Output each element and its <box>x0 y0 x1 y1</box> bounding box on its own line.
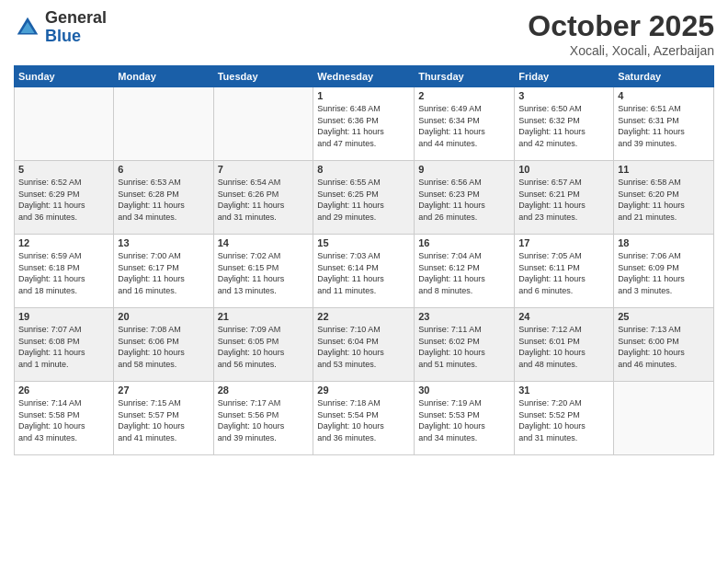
cell-week1-day3: 1Sunrise: 6:48 AMSunset: 6:36 PMDaylight… <box>313 87 415 161</box>
col-friday: Friday <box>515 66 614 87</box>
day-number: 6 <box>118 164 209 175</box>
day-number: 2 <box>418 90 510 101</box>
col-thursday: Thursday <box>415 66 515 87</box>
cell-week1-day2 <box>213 87 313 161</box>
cell-week2-day6: 11Sunrise: 6:58 AMSunset: 6:20 PMDayligh… <box>614 161 714 235</box>
day-info: Sunrise: 6:53 AMSunset: 6:28 PMDaylight:… <box>118 177 209 223</box>
day-info: Sunrise: 6:48 AMSunset: 6:36 PMDaylight:… <box>317 103 410 149</box>
day-info: Sunrise: 6:58 AMSunset: 6:20 PMDaylight:… <box>618 177 710 223</box>
day-number: 10 <box>518 164 609 175</box>
day-info: Sunrise: 7:15 AMSunset: 5:57 PMDaylight:… <box>118 397 209 443</box>
logo-icon <box>14 14 41 41</box>
day-number: 26 <box>18 385 109 396</box>
day-info: Sunrise: 6:51 AMSunset: 6:31 PMDaylight:… <box>618 103 710 149</box>
logo-text: General Blue <box>45 9 107 46</box>
header-row: Sunday Monday Tuesday Wednesday Thursday… <box>15 66 714 87</box>
col-tuesday: Tuesday <box>213 66 313 87</box>
day-number: 29 <box>317 385 410 396</box>
day-info: Sunrise: 6:55 AMSunset: 6:25 PMDaylight:… <box>317 177 410 223</box>
day-info: Sunrise: 6:49 AMSunset: 6:34 PMDaylight:… <box>418 103 510 149</box>
logo: General Blue <box>14 9 107 46</box>
day-number: 4 <box>618 90 710 101</box>
day-info: Sunrise: 7:03 AMSunset: 6:14 PMDaylight:… <box>317 250 410 296</box>
cell-week1-day1 <box>114 87 213 161</box>
calendar-page: General Blue October 2025 Xocali, Xocali… <box>0 0 728 563</box>
cell-week2-day0: 5Sunrise: 6:52 AMSunset: 6:29 PMDaylight… <box>15 161 114 235</box>
day-info: Sunrise: 7:19 AMSunset: 5:53 PMDaylight:… <box>418 397 510 443</box>
cell-week3-day0: 12Sunrise: 6:59 AMSunset: 6:18 PMDayligh… <box>15 235 114 308</box>
cell-week4-day1: 20Sunrise: 7:08 AMSunset: 6:06 PMDayligh… <box>114 308 213 382</box>
cell-week5-day4: 30Sunrise: 7:19 AMSunset: 5:53 PMDayligh… <box>415 382 515 455</box>
cell-week3-day5: 17Sunrise: 7:05 AMSunset: 6:11 PMDayligh… <box>515 235 614 308</box>
day-info: Sunrise: 7:20 AMSunset: 5:52 PMDaylight:… <box>518 397 609 443</box>
day-number: 27 <box>118 385 209 396</box>
cell-week4-day4: 23Sunrise: 7:11 AMSunset: 6:02 PMDayligh… <box>415 308 515 382</box>
week-row-3: 12Sunrise: 6:59 AMSunset: 6:18 PMDayligh… <box>15 235 714 308</box>
cell-week3-day2: 14Sunrise: 7:02 AMSunset: 6:15 PMDayligh… <box>213 235 313 308</box>
day-info: Sunrise: 7:13 AMSunset: 6:00 PMDaylight:… <box>618 324 710 370</box>
day-info: Sunrise: 7:07 AMSunset: 6:08 PMDaylight:… <box>18 324 109 370</box>
day-info: Sunrise: 7:17 AMSunset: 5:56 PMDaylight:… <box>218 397 310 443</box>
day-number: 30 <box>418 385 510 396</box>
cell-week2-day2: 7Sunrise: 6:54 AMSunset: 6:26 PMDaylight… <box>213 161 313 235</box>
day-number: 5 <box>18 164 109 175</box>
day-info: Sunrise: 7:09 AMSunset: 6:05 PMDaylight:… <box>218 324 310 370</box>
cell-week4-day0: 19Sunrise: 7:07 AMSunset: 6:08 PMDayligh… <box>15 308 114 382</box>
day-info: Sunrise: 7:10 AMSunset: 6:04 PMDaylight:… <box>317 324 410 370</box>
cell-week5-day3: 29Sunrise: 7:18 AMSunset: 5:54 PMDayligh… <box>313 382 415 455</box>
cell-week4-day3: 22Sunrise: 7:10 AMSunset: 6:04 PMDayligh… <box>313 308 415 382</box>
day-number: 8 <box>317 164 410 175</box>
day-info: Sunrise: 7:02 AMSunset: 6:15 PMDaylight:… <box>218 250 310 296</box>
day-info: Sunrise: 7:00 AMSunset: 6:17 PMDaylight:… <box>118 250 209 296</box>
day-number: 18 <box>618 237 710 248</box>
cell-week3-day3: 15Sunrise: 7:03 AMSunset: 6:14 PMDayligh… <box>313 235 415 308</box>
cell-week4-day5: 24Sunrise: 7:12 AMSunset: 6:01 PMDayligh… <box>515 308 614 382</box>
calendar-table: Sunday Monday Tuesday Wednesday Thursday… <box>14 65 714 455</box>
week-row-1: 1Sunrise: 6:48 AMSunset: 6:36 PMDaylight… <box>15 87 714 161</box>
calendar-subtitle: Xocali, Xocali, Azerbaijan <box>528 43 714 58</box>
day-number: 12 <box>18 237 109 248</box>
day-number: 24 <box>518 311 609 322</box>
col-saturday: Saturday <box>614 66 714 87</box>
calendar-header: Sunday Monday Tuesday Wednesday Thursday… <box>15 66 714 87</box>
day-info: Sunrise: 6:50 AMSunset: 6:32 PMDaylight:… <box>518 103 609 149</box>
cell-week3-day6: 18Sunrise: 7:06 AMSunset: 6:09 PMDayligh… <box>614 235 714 308</box>
cell-week3-day1: 13Sunrise: 7:00 AMSunset: 6:17 PMDayligh… <box>114 235 213 308</box>
cell-week2-day5: 10Sunrise: 6:57 AMSunset: 6:21 PMDayligh… <box>515 161 614 235</box>
cell-week5-day1: 27Sunrise: 7:15 AMSunset: 5:57 PMDayligh… <box>114 382 213 455</box>
cell-week2-day4: 9Sunrise: 6:56 AMSunset: 6:23 PMDaylight… <box>415 161 515 235</box>
day-info: Sunrise: 7:14 AMSunset: 5:58 PMDaylight:… <box>18 397 109 443</box>
cell-week1-day4: 2Sunrise: 6:49 AMSunset: 6:34 PMDaylight… <box>415 87 515 161</box>
cell-week1-day0 <box>15 87 114 161</box>
day-number: 19 <box>18 311 109 322</box>
day-number: 28 <box>218 385 310 396</box>
cell-week5-day5: 31Sunrise: 7:20 AMSunset: 5:52 PMDayligh… <box>515 382 614 455</box>
day-number: 9 <box>418 164 510 175</box>
day-number: 3 <box>518 90 609 101</box>
week-row-4: 19Sunrise: 7:07 AMSunset: 6:08 PMDayligh… <box>15 308 714 382</box>
day-info: Sunrise: 7:12 AMSunset: 6:01 PMDaylight:… <box>518 324 609 370</box>
logo-blue-text: Blue <box>45 28 107 46</box>
day-number: 7 <box>218 164 310 175</box>
cell-week2-day1: 6Sunrise: 6:53 AMSunset: 6:28 PMDaylight… <box>114 161 213 235</box>
cell-week4-day2: 21Sunrise: 7:09 AMSunset: 6:05 PMDayligh… <box>213 308 313 382</box>
day-info: Sunrise: 6:52 AMSunset: 6:29 PMDaylight:… <box>18 177 109 223</box>
calendar-body: 1Sunrise: 6:48 AMSunset: 6:36 PMDaylight… <box>15 87 714 455</box>
day-number: 21 <box>218 311 310 322</box>
day-number: 16 <box>418 237 510 248</box>
cell-week5-day0: 26Sunrise: 7:14 AMSunset: 5:58 PMDayligh… <box>15 382 114 455</box>
cell-week5-day6 <box>614 382 714 455</box>
title-block: October 2025 Xocali, Xocali, Azerbaijan <box>528 9 714 58</box>
calendar-title: October 2025 <box>528 9 714 43</box>
day-info: Sunrise: 7:04 AMSunset: 6:12 PMDaylight:… <box>418 250 510 296</box>
day-number: 14 <box>218 237 310 248</box>
day-number: 25 <box>618 311 710 322</box>
col-sunday: Sunday <box>15 66 114 87</box>
header: General Blue October 2025 Xocali, Xocali… <box>14 9 714 58</box>
day-number: 20 <box>118 311 209 322</box>
cell-week4-day6: 25Sunrise: 7:13 AMSunset: 6:00 PMDayligh… <box>614 308 714 382</box>
cell-week3-day4: 16Sunrise: 7:04 AMSunset: 6:12 PMDayligh… <box>415 235 515 308</box>
day-info: Sunrise: 6:57 AMSunset: 6:21 PMDaylight:… <box>518 177 609 223</box>
day-number: 15 <box>317 237 410 248</box>
cell-week1-day6: 4Sunrise: 6:51 AMSunset: 6:31 PMDaylight… <box>614 87 714 161</box>
